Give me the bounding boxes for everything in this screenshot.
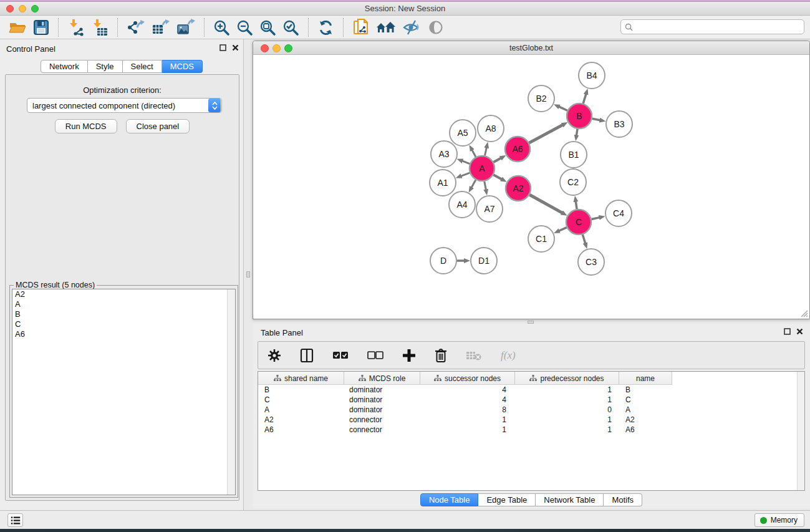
graph-edge[interactable]: [462, 161, 470, 164]
task-history-button[interactable]: [7, 513, 23, 527]
create-column-button[interactable]: [402, 346, 416, 365]
table-row[interactable]: Cdominator41C: [258, 395, 672, 405]
graph-node-B[interactable]: B: [567, 104, 592, 128]
criterion-dropdown[interactable]: largest connected component (directed): [27, 98, 222, 113]
deselect-all-button[interactable]: [367, 346, 383, 365]
refresh-button[interactable]: [317, 18, 334, 37]
search-field[interactable]: [620, 19, 804, 34]
mcds-list-scrollbar[interactable]: [227, 289, 235, 495]
hide-details-button[interactable]: [402, 18, 421, 37]
zoom-out-button[interactable]: [236, 18, 253, 37]
graph-edge[interactable]: [493, 158, 501, 162]
tab-style[interactable]: Style: [88, 60, 123, 73]
float-table-panel-icon[interactable]: [784, 328, 791, 335]
home-button[interactable]: [376, 18, 396, 37]
open-file-button[interactable]: [8, 18, 27, 37]
graph-node-C4[interactable]: C4: [605, 200, 632, 226]
graph-edge[interactable]: [461, 173, 470, 176]
graph-edge[interactable]: [559, 228, 567, 231]
tab-network[interactable]: Network: [41, 60, 88, 73]
zoom-fit-button[interactable]: [259, 18, 276, 37]
column-header-shared-name[interactable]: shared name: [258, 372, 344, 385]
export-image-button[interactable]: [176, 18, 195, 37]
graph-node-C2[interactable]: C2: [560, 169, 586, 195]
show-details-button[interactable]: [427, 18, 445, 37]
mcds-result-item[interactable]: A2: [12, 289, 235, 299]
graph-node-A8[interactable]: A8: [478, 115, 504, 142]
graph-edge[interactable]: [529, 195, 562, 213]
network-window-titlebar[interactable]: testGlobe.txt: [253, 41, 809, 55]
graph-edge[interactable]: [485, 181, 486, 190]
run-mcds-button[interactable]: Run MCDS: [55, 119, 117, 133]
graph-node-A[interactable]: A: [470, 156, 494, 181]
float-panel-icon[interactable]: [219, 44, 226, 51]
column-header-predecessor-nodes[interactable]: predecessor nodes: [515, 372, 619, 385]
save-session-button[interactable]: [33, 18, 49, 37]
tab-node-table[interactable]: Node Table: [420, 493, 479, 506]
close-panel-button[interactable]: Close panel: [126, 119, 190, 133]
delete-table-button[interactable]: [466, 346, 482, 365]
mcds-result-list[interactable]: A2ABCA6: [12, 289, 236, 495]
table-row[interactable]: Bdominator41B: [258, 385, 672, 395]
close-table-panel-icon[interactable]: [796, 328, 803, 335]
duplicate-network-button[interactable]: [352, 18, 370, 37]
export-network-button[interactable]: [127, 18, 145, 37]
graph-node-D[interactable]: D: [430, 248, 456, 274]
column-header-mcds-role[interactable]: MCDS role: [344, 372, 420, 385]
delete-column-button[interactable]: [435, 346, 447, 365]
memory-button[interactable]: Memory: [755, 513, 804, 527]
graph-node-C1[interactable]: C1: [528, 226, 554, 252]
close-panel-icon[interactable]: [232, 44, 239, 51]
table-scrollbar[interactable]: [797, 372, 804, 490]
graph-edge[interactable]: [576, 129, 577, 136]
mcds-result-item[interactable]: A: [12, 299, 235, 309]
graph-edge[interactable]: [471, 180, 476, 187]
graph-node-A7[interactable]: A7: [476, 196, 503, 222]
mcds-result-item[interactable]: C: [12, 319, 235, 329]
function-builder-button[interactable]: f(x): [501, 346, 516, 365]
resize-grip-icon[interactable]: [799, 309, 808, 317]
graph-node-C3[interactable]: C3: [578, 249, 604, 275]
graph-node-B3[interactable]: B3: [606, 111, 632, 137]
graph-edge[interactable]: [559, 107, 567, 110]
graph-node-A3[interactable]: A3: [431, 141, 457, 167]
tab-motifs[interactable]: Motifs: [604, 493, 642, 506]
column-header-name[interactable]: name: [619, 372, 672, 385]
graph-edge[interactable]: [592, 118, 600, 120]
graph-edge[interactable]: [485, 147, 486, 155]
graph-node-A2[interactable]: A2: [506, 176, 531, 201]
graph-node-A6[interactable]: A6: [505, 137, 530, 162]
search-input[interactable]: [636, 22, 800, 31]
graph-node-A5[interactable]: A5: [450, 120, 476, 146]
select-all-button[interactable]: [332, 346, 349, 365]
import-network-button[interactable]: [67, 18, 85, 37]
table-row[interactable]: A2connector11A2: [258, 415, 672, 425]
import-table-button[interactable]: [91, 18, 108, 37]
graph-edge[interactable]: [576, 201, 577, 210]
graph-node-A4[interactable]: A4: [449, 191, 475, 218]
network-canvas[interactable]: B4B2BB3A5A8A6A3B1AA1C2A2A4A7C4CC1C3DD1: [253, 55, 809, 319]
column-header-successor-nodes[interactable]: successor nodes: [420, 372, 515, 385]
graph-edge[interactable]: [493, 175, 501, 179]
graph-node-B1[interactable]: B1: [561, 142, 587, 168]
graph-node-D1[interactable]: D1: [471, 248, 497, 274]
graph-node-A1[interactable]: A1: [430, 170, 456, 196]
graph-node-C[interactable]: C: [566, 210, 591, 235]
graph-edge[interactable]: [592, 218, 600, 220]
graph-node-B4[interactable]: B4: [579, 62, 605, 89]
graph-node-B2[interactable]: B2: [528, 85, 554, 112]
graph-edge[interactable]: [529, 125, 563, 143]
export-table-button[interactable]: [152, 18, 170, 37]
table-settings-button[interactable]: [268, 346, 281, 365]
vertical-split-handle[interactable]: [246, 271, 250, 278]
graph-edge[interactable]: [472, 150, 476, 157]
show-column-button[interactable]: [300, 346, 314, 365]
mcds-result-item[interactable]: A6: [12, 329, 235, 339]
tab-network-table[interactable]: Network Table: [536, 493, 604, 506]
tab-edge-table[interactable]: Edge Table: [478, 493, 536, 506]
table-row[interactable]: Adominator80A: [258, 405, 672, 415]
tab-mcds[interactable]: MCDS: [162, 60, 203, 73]
graph-edge[interactable]: [582, 235, 585, 243]
zoom-selected-button[interactable]: [282, 18, 299, 37]
mcds-result-item[interactable]: B: [12, 309, 235, 319]
